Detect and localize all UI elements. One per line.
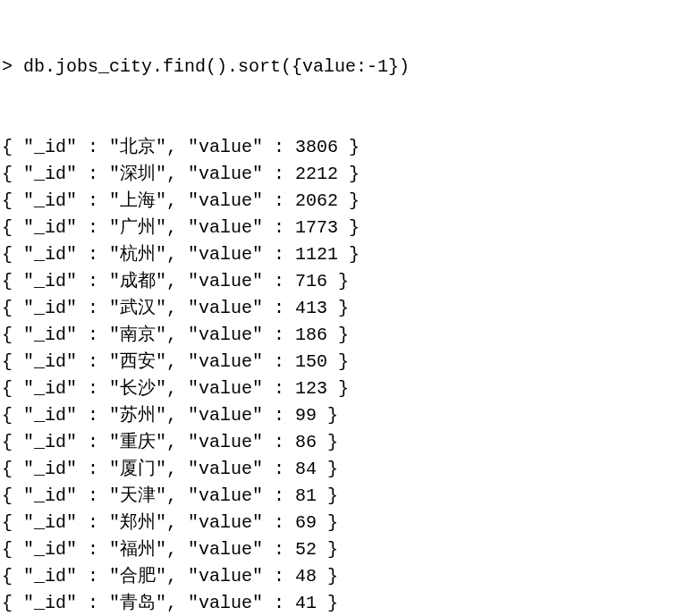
result-row: { "_id" : "福州", "value" : 52 } [2, 536, 686, 563]
result-row: { "_id" : "广州", "value" : 1773 } [2, 215, 686, 241]
result-rows: { "_id" : "北京", "value" : 3806 }{ "_id" … [2, 134, 686, 616]
result-row: { "_id" : "上海", "value" : 2062 } [2, 188, 686, 215]
command-text: db.jobs_city.find().sort({value:-1}) [23, 56, 410, 77]
result-row: { "_id" : "长沙", "value" : 123 } [2, 376, 686, 402]
result-row: { "_id" : "杭州", "value" : 1121 } [2, 241, 686, 268]
prompt-char: > [2, 56, 13, 77]
result-row: { "_id" : "厦门", "value" : 84 } [2, 456, 686, 483]
result-row: { "_id" : "西安", "value" : 150 } [2, 349, 686, 376]
result-row: { "_id" : "郑州", "value" : 69 } [2, 510, 686, 536]
result-row: { "_id" : "北京", "value" : 3806 } [2, 134, 686, 161]
result-row: { "_id" : "天津", "value" : 81 } [2, 483, 686, 510]
terminal-output: > db.jobs_city.find().sort({value:-1}) {… [0, 0, 686, 616]
result-row: { "_id" : "武汉", "value" : 413 } [2, 295, 686, 322]
result-row: { "_id" : "南京", "value" : 186 } [2, 322, 686, 349]
result-row: { "_id" : "合肥", "value" : 48 } [2, 563, 686, 590]
result-row: { "_id" : "重庆", "value" : 86 } [2, 429, 686, 456]
result-row: { "_id" : "苏州", "value" : 99 } [2, 402, 686, 429]
result-row: { "_id" : "深圳", "value" : 2212 } [2, 161, 686, 188]
result-row: { "_id" : "青岛", "value" : 41 } [2, 590, 686, 616]
result-row: { "_id" : "成都", "value" : 716 } [2, 268, 686, 295]
command-line: > db.jobs_city.find().sort({value:-1}) [2, 54, 686, 80]
